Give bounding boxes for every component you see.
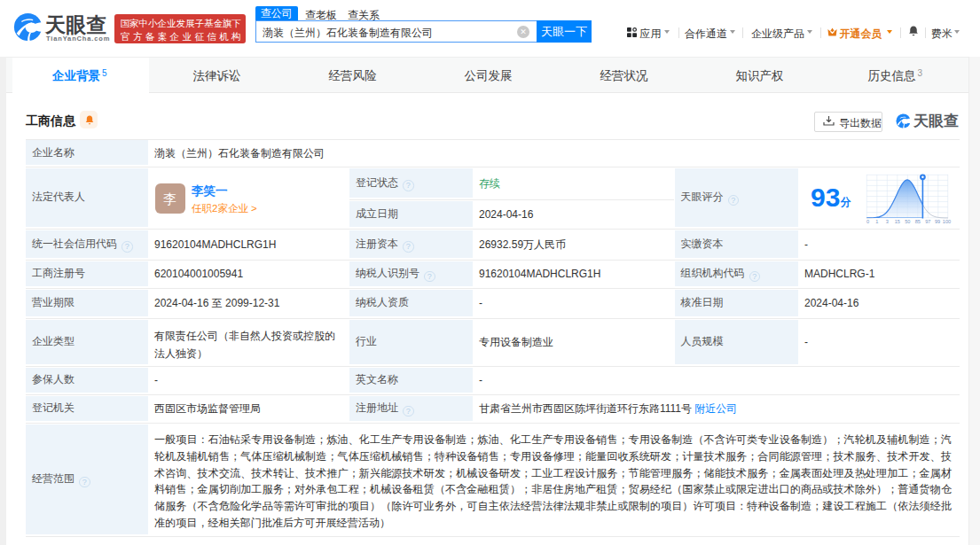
- svg-text:99: 99: [935, 219, 940, 224]
- svg-text:85: 85: [915, 219, 921, 224]
- svg-text:15: 15: [895, 219, 900, 224]
- svg-text:1: 1: [875, 219, 878, 224]
- svg-text:97: 97: [925, 219, 930, 224]
- svg-text:0: 0: [866, 219, 869, 224]
- svg-text:100: 100: [943, 219, 951, 224]
- svg-text:3: 3: [886, 219, 889, 224]
- svg-text:50: 50: [905, 219, 910, 224]
